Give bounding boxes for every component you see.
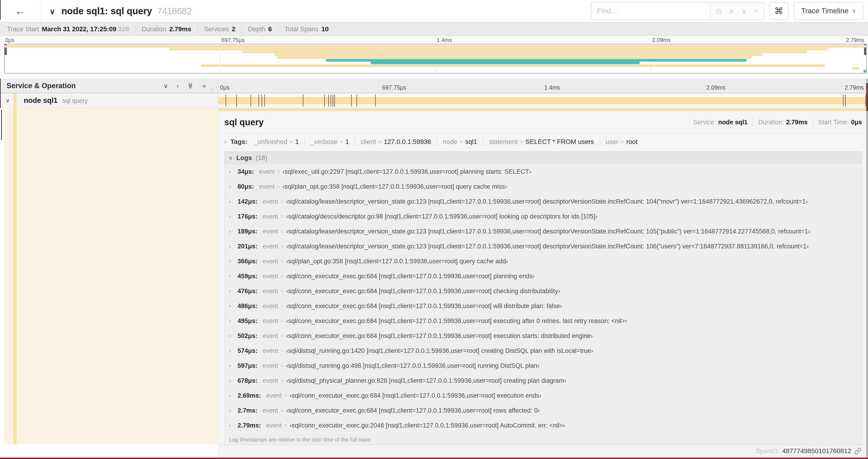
collapse-trace-icon[interactable]: ∨ <box>50 7 55 16</box>
log-field-key: event <box>263 407 278 414</box>
equals-sign: = <box>280 198 284 205</box>
log-timestamp: 678μs: <box>238 377 257 384</box>
log-entry[interactable]: ›176μs:event=‹sql/catalog/descs/descript… <box>224 209 862 224</box>
collapse-all-icon[interactable]: ≫ <box>187 82 194 89</box>
collapse-one-icon[interactable]: ∨ <box>163 82 168 90</box>
log-entry[interactable]: ›2.7ms:event=‹sql/conn_executor_exec.go:… <box>224 403 862 418</box>
log-entry[interactable]: ›597μs:event=‹sql/distsql_running.go:498… <box>224 358 862 373</box>
bottom-edge-accent <box>0 458 868 459</box>
service-color-accent <box>13 93 17 108</box>
next-match-icon[interactable]: ∨ <box>742 7 747 15</box>
span-row[interactable]: ∨ node sql1 sql query <box>0 93 868 108</box>
log-entry[interactable]: ›495μs:event=‹sql/conn_executor_exec.go:… <box>224 314 862 328</box>
log-entry[interactable]: ›366μs:event=‹sql/plan_opt.go:358 [nsql1… <box>224 254 862 269</box>
span-bar[interactable] <box>218 97 866 104</box>
tags-title: Tags: <box>230 138 247 145</box>
link-icon[interactable] <box>854 447 862 455</box>
prev-match-icon[interactable]: ∧ <box>729 7 734 15</box>
log-timestamp: 366μs: <box>238 258 257 265</box>
top-bar: ← ∨ node sql1: sql query 7418682 ◎ ∧ ∨ ×… <box>0 0 868 22</box>
logs-accordion-header[interactable]: ∨ Logs (18) <box>224 152 862 164</box>
tag-item: node=sql1 <box>437 138 483 145</box>
log-entry[interactable]: ›678μs:event=‹sql/distsql_physical_plann… <box>224 373 862 388</box>
log-entry[interactable]: ›2.79ms:event=‹sql/conn_executor_exec.go… <box>224 418 862 433</box>
log-entry[interactable]: ›189μs:event=‹sql/catalog/lease/descript… <box>224 224 862 239</box>
span-collapse-icon[interactable]: ∨ <box>6 97 10 104</box>
minimap-span-bar <box>371 62 640 64</box>
log-field-key: event <box>263 213 278 220</box>
timeline-header-row: Service & Operation ∨ › ≫ » ‖ 0μs697.75μ… <box>0 78 868 93</box>
span-id-value: 4877749850101760812 <box>782 447 851 455</box>
ruler-tick-label: 697.75μs <box>382 84 406 91</box>
log-field-key: event <box>263 302 278 310</box>
log-field-key: event <box>263 362 278 369</box>
vertical-scrollbar-thumb[interactable] <box>866 83 868 111</box>
log-timestamp: 459μs: <box>238 273 257 280</box>
stat-duration: Duration: 2.79ms <box>753 119 813 126</box>
chevron-right-icon: › <box>229 169 238 175</box>
log-entry[interactable]: ›34μs:event=‹sql/exec_util.go:2297 [nsql… <box>224 164 862 179</box>
equals-sign: = <box>280 348 284 354</box>
minimap-canvas[interactable] <box>4 44 867 73</box>
log-field-value: ‹sql/distsql_running.go:498 [nsql1,clien… <box>286 362 539 369</box>
log-field-key: event <box>259 183 275 190</box>
log-entry[interactable]: ›574μs:event=‹sql/distsql_running.go:142… <box>224 343 862 358</box>
log-entry[interactable]: ›142μs:event=‹sql/catalog/lease/descript… <box>224 194 862 209</box>
trace-view-selector[interactable]: Trace Timeline ∨ <box>794 2 863 20</box>
tag-key: user <box>606 138 618 145</box>
chevron-right-icon: › <box>229 422 238 429</box>
log-entry[interactable]: ›80μs:event=‹sql/plan_opt.go:358 [nsql1,… <box>224 179 862 194</box>
trace-view-label: Trace Timeline <box>801 7 848 15</box>
equals-sign: = <box>280 407 284 414</box>
tags-accordion[interactable]: › Tags: _unfinished=1_verbose=1client=12… <box>224 134 862 150</box>
keyboard-shortcuts-button[interactable]: ⌘ <box>769 2 789 20</box>
log-marker-tick <box>845 95 846 107</box>
locate-icon[interactable]: ◎ <box>715 7 721 15</box>
meta-value-fraction: .326 <box>117 25 129 33</box>
clear-search-icon[interactable]: × <box>754 7 758 15</box>
chevron-right-icon: › <box>229 214 238 220</box>
chevron-right-icon: › <box>229 258 238 264</box>
log-entry[interactable]: ›486μs:event=‹sql/conn_executor_exec.go:… <box>224 299 862 314</box>
log-marker-tick <box>375 95 376 107</box>
column-resizer[interactable]: ‖ <box>211 86 214 92</box>
expand-all-icon[interactable]: » <box>202 82 206 90</box>
log-entry[interactable]: ›201μs:event=‹sql/catalog/lease/descript… <box>224 239 862 254</box>
equals-sign: = <box>621 139 624 145</box>
log-entry[interactable]: ›2.69ms:event=‹sql/conn_executor_exec.go… <box>224 388 862 403</box>
tag-item: _unfinished=1 <box>248 138 305 145</box>
log-marker-tick <box>261 95 262 107</box>
log-entry[interactable]: ›459μs:event=‹sql/conn_executor_exec.go:… <box>224 269 862 284</box>
left-pane-scrollbar[interactable] <box>1 110 2 140</box>
chevron-right-icon: › <box>229 288 238 294</box>
stat-label: Service: <box>693 119 716 126</box>
minimap-axis-label: 2.79ms <box>846 37 864 43</box>
vertical-scrollbar-track[interactable] <box>866 78 868 458</box>
expand-collapse-controls: ∨ › ≫ » <box>163 82 206 90</box>
find-input[interactable] <box>591 2 710 20</box>
log-entry[interactable]: ›502μs:event=‹sql/conn_executor_exec.go:… <box>224 328 862 343</box>
meta-label: Duration <box>142 25 166 33</box>
equals-sign: = <box>280 273 284 280</box>
back-button[interactable]: ← <box>0 0 41 22</box>
chevron-right-icon: › <box>229 198 238 205</box>
chevron-right-icon: › <box>229 333 238 339</box>
chevron-right-icon: › <box>229 228 238 235</box>
log-field-value: ‹sql/catalog/descs/descriptor.go:98 [nsq… <box>286 213 597 220</box>
log-field-key: event <box>263 228 278 235</box>
chevron-right-icon: › <box>229 348 238 354</box>
tag-key: client <box>361 138 376 145</box>
tag-value: SELECT * FROM users <box>525 138 594 145</box>
span-detail-title: sql query <box>224 117 264 127</box>
chevron-right-icon: › <box>229 407 238 414</box>
log-field-key: event <box>263 288 278 295</box>
equals-sign: = <box>280 362 284 369</box>
log-marker-tick <box>351 95 352 107</box>
expand-one-icon[interactable]: › <box>177 82 179 90</box>
log-entry[interactable]: ›476μs:event=‹sql/conn_executor_exec.go:… <box>224 284 862 299</box>
minimap-axis-label: 0μs <box>5 37 14 43</box>
equals-sign: = <box>378 139 381 145</box>
page-title: node sql1: sql query <box>61 6 152 16</box>
detail-row-name-column <box>4 108 218 444</box>
log-marker-tick <box>334 95 335 107</box>
